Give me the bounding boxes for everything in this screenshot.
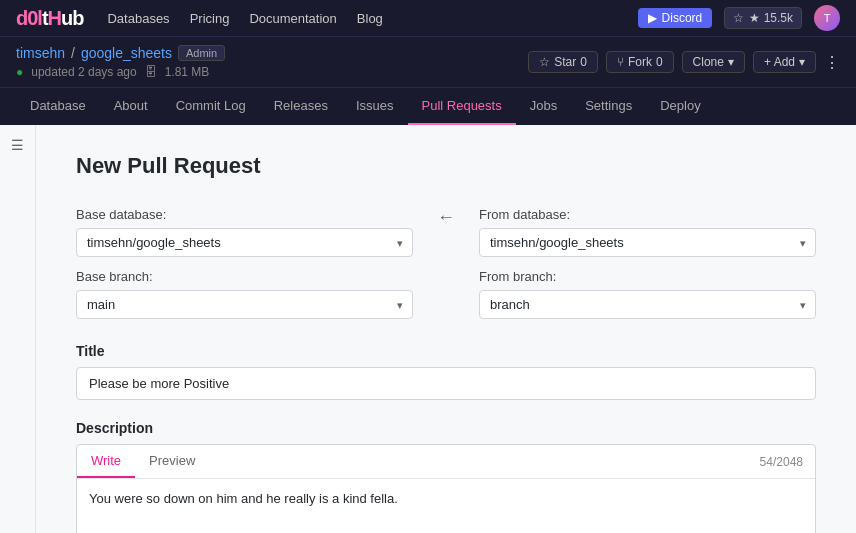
repo-owner-link[interactable]: timsehn <box>16 45 65 61</box>
add-chevron-icon: ▾ <box>799 55 805 69</box>
top-nav-links: Databases Pricing Documentation Blog <box>107 11 637 26</box>
from-database-select[interactable]: timsehn/google_sheets <box>479 228 816 257</box>
tab-pull-requests[interactable]: Pull Requests <box>408 88 516 125</box>
from-branch-select[interactable]: branch <box>479 290 816 319</box>
top-nav: d0ltHub Databases Pricing Documentation … <box>0 0 856 36</box>
tab-database[interactable]: Database <box>16 88 100 125</box>
repo-path: timsehn / google_sheets Admin <box>16 45 225 61</box>
description-container: Write Preview 54/2048 ⌟ <box>76 444 816 533</box>
tab-issues[interactable]: Issues <box>342 88 408 125</box>
sidebar-menu-icon[interactable]: ☰ <box>11 137 24 153</box>
add-button[interactable]: + Add ▾ <box>753 51 816 73</box>
kebab-menu-icon[interactable]: ⋮ <box>824 53 840 72</box>
star-icon: ☆ <box>733 11 744 25</box>
repo-nav: Database About Commit Log Releases Issue… <box>0 87 856 125</box>
repo-actions: ☆ Star 0 ⑂ Fork 0 Clone ▾ + Add ▾ ⋮ <box>528 51 840 73</box>
description-textarea[interactable] <box>77 479 815 533</box>
branch-selectors: Base database: timsehn/google_sheets Bas… <box>76 207 816 319</box>
base-column: Base database: timsehn/google_sheets Bas… <box>76 207 413 319</box>
nav-databases[interactable]: Databases <box>107 11 169 26</box>
top-nav-right: ▶ Discord ☆ ★ 15.5k T <box>638 5 840 31</box>
from-branch-select-wrapper: branch <box>479 290 816 319</box>
repo-header: timsehn / google_sheets Admin ● updated … <box>0 36 856 87</box>
write-tab[interactable]: Write <box>77 445 135 478</box>
preview-tab[interactable]: Preview <box>135 445 209 478</box>
fork-button[interactable]: ⑂ Fork 0 <box>606 51 674 73</box>
page-wrapper: ☰ New Pull Request Base database: timseh… <box>0 125 856 533</box>
logo: d0ltHub <box>16 7 83 30</box>
chevron-down-icon: ▾ <box>728 55 734 69</box>
title-input[interactable] <box>76 367 816 400</box>
from-database-select-wrapper: timsehn/google_sheets <box>479 228 816 257</box>
title-label: Title <box>76 343 816 359</box>
tab-about[interactable]: About <box>100 88 162 125</box>
tab-deploy[interactable]: Deploy <box>646 88 714 125</box>
star-repo-icon: ☆ <box>539 55 550 69</box>
base-database-select[interactable]: timsehn/google_sheets <box>76 228 413 257</box>
tab-releases[interactable]: Releases <box>260 88 342 125</box>
nav-documentation[interactable]: Documentation <box>249 11 336 26</box>
page-title: New Pull Request <box>76 153 816 179</box>
from-database-label: From database: <box>479 207 816 222</box>
avatar[interactable]: T <box>814 5 840 31</box>
description-header: Write Preview 54/2048 <box>77 445 815 479</box>
tab-commit-log[interactable]: Commit Log <box>162 88 260 125</box>
title-section: Title <box>76 343 816 400</box>
description-section: Description Write Preview 54/2048 ⌟ <box>76 420 816 533</box>
repo-name-link[interactable]: google_sheets <box>81 45 172 61</box>
base-database-group: Base database: timsehn/google_sheets <box>76 207 413 257</box>
from-column: From database: timsehn/google_sheets Fro… <box>479 207 816 319</box>
tab-jobs[interactable]: Jobs <box>516 88 571 125</box>
tab-settings[interactable]: Settings <box>571 88 646 125</box>
admin-badge: Admin <box>178 45 225 61</box>
repo-meta: ● updated 2 days ago 🗄 1.81 MB <box>16 65 225 79</box>
from-branch-group: From branch: branch <box>479 269 816 319</box>
fork-icon: ⑂ <box>617 55 624 69</box>
main-content: New Pull Request Base database: timsehn/… <box>36 125 856 533</box>
base-branch-group: Base branch: main <box>76 269 413 319</box>
discord-icon: ▶ <box>648 11 657 25</box>
from-database-group: From database: timsehn/google_sheets <box>479 207 816 257</box>
base-branch-select[interactable]: main <box>76 290 413 319</box>
star-repo-button[interactable]: ☆ Star 0 <box>528 51 598 73</box>
clone-button[interactable]: Clone ▾ <box>682 51 745 73</box>
update-time: updated 2 days ago <box>31 65 136 79</box>
description-tabs: Write Preview <box>77 445 209 478</box>
base-database-label: Base database: <box>76 207 413 222</box>
nav-blog[interactable]: Blog <box>357 11 383 26</box>
db-icon: 🗄 <box>145 65 157 79</box>
base-branch-label: Base branch: <box>76 269 413 284</box>
update-dot: ● <box>16 65 23 79</box>
discord-button[interactable]: ▶ Discord <box>638 8 713 28</box>
nav-pricing[interactable]: Pricing <box>190 11 230 26</box>
char-count: 54/2048 <box>748 447 815 477</box>
base-database-select-wrapper: timsehn/google_sheets <box>76 228 413 257</box>
base-branch-select-wrapper: main <box>76 290 413 319</box>
description-label: Description <box>76 420 816 436</box>
sidebar: ☰ <box>0 125 36 533</box>
from-branch-label: From branch: <box>479 269 816 284</box>
star-button[interactable]: ☆ ★ 15.5k <box>724 7 802 29</box>
arrow-divider: ← <box>437 207 455 238</box>
left-arrow-icon: ← <box>437 207 455 228</box>
repo-size: 1.81 MB <box>165 65 210 79</box>
